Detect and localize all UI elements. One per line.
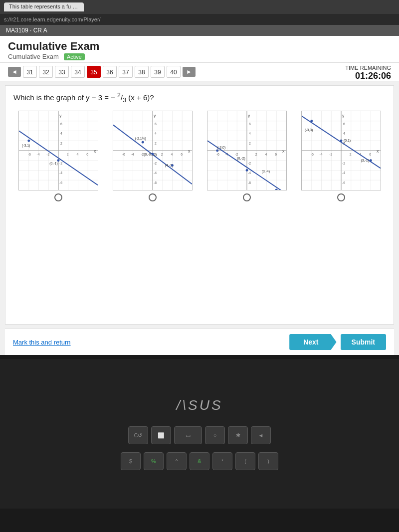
prev-nav-button[interactable]: ◄	[8, 67, 21, 77]
graph-option-c[interactable]: y x -2 -4 -6 2 4 6 2 4 6 -2 -4 -6	[207, 111, 287, 201]
svg-text:6: 6	[181, 153, 183, 156]
svg-text:-6: -6	[247, 181, 250, 184]
svg-point-145	[369, 159, 372, 162]
asus-logo: /\SUS	[176, 397, 222, 413]
nav-q-32[interactable]: 32	[39, 66, 53, 78]
svg-text:(3,-4): (3,-4)	[261, 170, 270, 174]
svg-text:6: 6	[86, 153, 88, 156]
svg-text:-2: -2	[247, 162, 250, 165]
keyboard-row-2: $ % ^ & * ( )	[121, 452, 278, 470]
exam-subtitle: Cumulative Exam Active	[8, 53, 391, 60]
time-remaining: TIME REMAINING 01:26:06	[345, 65, 391, 81]
radio-a[interactable]	[54, 193, 62, 201]
nav-q-40[interactable]: 40	[167, 66, 181, 78]
key-square: ⬜	[151, 426, 171, 444]
svg-text:-6: -6	[310, 153, 313, 156]
svg-text:-6: -6	[122, 153, 125, 156]
key-lparen: (	[235, 452, 255, 470]
svg-text:4: 4	[248, 132, 250, 135]
svg-point-107	[245, 169, 248, 172]
key-left: ◄	[251, 426, 271, 444]
svg-text:-6: -6	[153, 181, 156, 184]
radio-c[interactable]	[243, 193, 251, 201]
address-bar[interactable]: s://r21.core.learn.edgenuity.com/Player/	[0, 14, 399, 25]
svg-text:-4: -4	[131, 153, 134, 156]
key-rparen: )	[258, 452, 278, 470]
nav-q-35[interactable]: 35	[87, 66, 101, 78]
svg-point-69	[141, 141, 144, 144]
nav-q-37[interactable]: 37	[119, 66, 133, 78]
exam-title: Cumulative Exam	[8, 40, 391, 53]
question-text-part1: Which is the graph of y − 3 = −	[13, 93, 115, 102]
svg-text:4: 4	[60, 132, 62, 135]
svg-text:-2: -2	[46, 153, 49, 156]
svg-point-33	[27, 140, 30, 142]
question-text-part2: (x + 6)?	[128, 93, 154, 102]
exam-header: Cumulative Exam Cumulative Exam Active	[0, 36, 399, 63]
next-nav-button[interactable]: ►	[183, 67, 196, 77]
graph-box-a[interactable]: y x -2 -4 -6 2 4 6 2 4 6 -2 -4	[18, 111, 98, 190]
graph-box-d[interactable]: y x -2 -4 -6 2 4 6 2 4 6 -2 -4 -6	[301, 111, 381, 190]
svg-text:-6: -6	[342, 181, 345, 184]
svg-text:y: y	[342, 113, 344, 118]
svg-text:(0,-1): (0,-1)	[49, 162, 58, 166]
nav-q-36[interactable]: 36	[103, 66, 117, 78]
svg-text:x: x	[188, 149, 191, 154]
svg-point-34	[57, 159, 59, 162]
key-amp: &	[190, 452, 209, 470]
action-bar: Mark this and return Next Submit	[5, 329, 394, 355]
svg-text:-2: -2	[235, 153, 238, 156]
svg-text:(-3,1): (-3,1)	[21, 144, 30, 148]
key-percent: %	[144, 452, 164, 470]
radio-b[interactable]	[149, 193, 157, 201]
nav-q-39[interactable]: 39	[151, 66, 165, 78]
time-value: 01:26:06	[345, 71, 391, 81]
svg-text:6: 6	[248, 122, 250, 126]
svg-text:-4: -4	[319, 153, 322, 156]
tab-close-icon[interactable]	[80, 4, 84, 10]
browser-tab[interactable]: This table represents a fu X	[4, 2, 84, 11]
question-area: Which is the graph of y − 3 = − 2/3 (x +…	[5, 85, 394, 325]
nav-q-31[interactable]: 31	[23, 66, 37, 78]
svg-text:2: 2	[66, 153, 68, 156]
svg-text:-4: -4	[153, 171, 156, 175]
svg-text:-4: -4	[342, 171, 345, 175]
graph-svg-d: y x -2 -4 -6 2 4 6 2 4 6 -2 -4 -6	[302, 111, 381, 190]
graph-box-c[interactable]: y x -2 -4 -6 2 4 6 2 4 6 -2 -4 -6	[207, 111, 287, 190]
svg-text:6: 6	[154, 122, 156, 126]
next-button[interactable]: Next	[289, 334, 336, 350]
key-star: ✱	[228, 426, 248, 444]
svg-text:2: 2	[154, 142, 156, 145]
svg-text:(0,-2): (0,-2)	[237, 157, 245, 161]
svg-text:-2: -2	[342, 162, 345, 165]
graph-option-a[interactable]: y x -2 -4 -6 2 4 6 2 4 6 -2 -4	[18, 111, 98, 201]
svg-text:-6: -6	[216, 153, 219, 156]
svg-point-143	[310, 120, 313, 122]
graph-box-b[interactable]: y x -2 -4 -6 2 4 6 2 4 6 -2 -4 -6	[113, 111, 193, 190]
url-text: s://r21.core.learn.edgenuity.com/Player/	[4, 16, 101, 22]
svg-text:(3,-1): (3,-1)	[361, 159, 369, 163]
action-buttons: Next Submit	[289, 334, 386, 350]
svg-text:4: 4	[154, 132, 156, 135]
svg-text:6: 6	[275, 153, 277, 156]
svg-text:-4: -4	[59, 171, 62, 175]
submit-button[interactable]: Submit	[341, 334, 386, 350]
mark-return-link[interactable]: Mark this and return	[13, 339, 71, 346]
svg-text:4: 4	[76, 153, 78, 156]
svg-text:2: 2	[60, 142, 62, 145]
svg-text:(-3,0): (-3,0)	[217, 146, 225, 150]
svg-text:(0,-0.33): (0,-0.33)	[144, 153, 157, 157]
keyboard-row-1: C↺ ⬜ ▭ ○ ✱ ◄	[128, 426, 271, 444]
key-rect: ▭	[174, 426, 202, 444]
nav-q-34[interactable]: 34	[71, 66, 85, 78]
graph-svg-b: y x -2 -4 -6 2 4 6 2 4 6 -2 -4 -6	[113, 111, 192, 190]
graph-option-b[interactable]: y x -2 -4 -6 2 4 6 2 4 6 -2 -4 -6	[113, 111, 193, 201]
graph-option-d[interactable]: y x -2 -4 -6 2 4 6 2 4 6 -2 -4 -6	[301, 111, 381, 201]
svg-text:y: y	[247, 113, 250, 118]
course-id: MA3109 · CR A	[6, 27, 47, 34]
tab-label: This table represents a fu X	[9, 3, 78, 9]
radio-d[interactable]	[337, 193, 345, 201]
nav-q-38[interactable]: 38	[135, 66, 149, 78]
nav-q-33[interactable]: 33	[55, 66, 69, 78]
graph-svg-a: y x -2 -4 -6 2 4 6 2 4 6 -2 -4	[19, 111, 98, 190]
